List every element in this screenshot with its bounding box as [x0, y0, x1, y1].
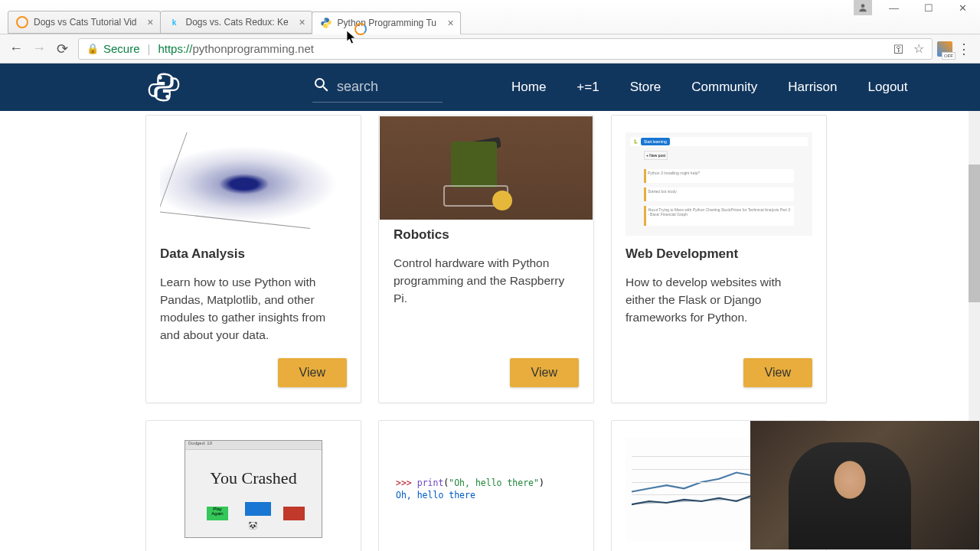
- lock-icon: 🔒: [87, 43, 99, 54]
- card-web-development: 🐍Start learning + New post Python 3 Inst…: [611, 115, 827, 403]
- tab-title: Python Programming Tu: [338, 18, 436, 28]
- svg-point-4: [166, 96, 168, 98]
- favicon-icon: [320, 17, 332, 29]
- card-title: Web Development: [626, 246, 812, 262]
- browser-tab[interactable]: k Dogs vs. Cats Redux: Ke ×: [160, 11, 312, 34]
- close-tab-icon[interactable]: ×: [447, 17, 453, 29]
- loading-spinner-icon: [354, 23, 367, 35]
- search-input[interactable]: [337, 79, 443, 95]
- back-button[interactable]: ←: [5, 37, 28, 60]
- close-tab-icon[interactable]: ×: [299, 16, 305, 28]
- nav-plus-equals-one[interactable]: +=1: [577, 80, 599, 95]
- nav-user[interactable]: Harrison: [788, 80, 837, 95]
- favicon-icon: [16, 16, 28, 28]
- nav-logout[interactable]: Logout: [868, 80, 908, 95]
- secure-label: Secure: [103, 42, 140, 55]
- site-search[interactable]: [312, 72, 443, 103]
- forward-button: →: [28, 37, 51, 60]
- card-python-fundamentals: >>> print("Oh, hello there") Oh, hello t…: [378, 420, 594, 551]
- browser-tab-active[interactable]: Python Programming Tu ×: [312, 11, 461, 34]
- tab-title: Dogs vs. Cats Redux: Ke: [186, 17, 289, 28]
- webcam-overlay: [750, 421, 979, 549]
- card-thumb: Dodged: 10 You Crashed Play Again 🐼: [160, 438, 347, 541]
- card-thumb: 🐍Start learning + New post Python 3 Inst…: [626, 132, 812, 236]
- view-button[interactable]: View: [510, 358, 579, 387]
- profile-icon[interactable]: [854, 0, 872, 15]
- card-thumb: [380, 116, 593, 220]
- svg-point-0: [861, 4, 865, 8]
- nav-home[interactable]: Home: [511, 80, 546, 95]
- url-input[interactable]: 🔒 Secure | https://pythonprogramming.net…: [78, 38, 933, 60]
- favicon-icon: k: [168, 16, 181, 28]
- reload-button[interactable]: ⟳: [51, 37, 74, 60]
- nav-links: Home +=1 Store Community Harrison Logout: [511, 80, 908, 95]
- extension-icon[interactable]: [937, 41, 952, 57]
- search-icon: [312, 76, 331, 99]
- browser-tab[interactable]: Dogs vs Cats Tutorial Vid ×: [8, 11, 161, 34]
- chrome-menu-button[interactable]: ⋮: [952, 37, 975, 60]
- card-game-development: Dodged: 10 You Crashed Play Again 🐼 Game…: [145, 420, 361, 551]
- minimize-button[interactable]: —: [877, 0, 911, 15]
- card-robotics: Robotics Control hardware with Python pr…: [378, 115, 594, 403]
- card-title: Data Analysis: [160, 246, 347, 262]
- card-thumb: >>> print("Oh, hello there") Oh, hello t…: [393, 438, 580, 541]
- maximize-button[interactable]: ☐: [911, 0, 946, 15]
- close-window-button[interactable]: ✕: [946, 0, 980, 15]
- site-logo-icon[interactable]: [145, 69, 182, 106]
- svg-point-1: [324, 19, 325, 20]
- nav-community[interactable]: Community: [691, 80, 757, 95]
- view-button[interactable]: View: [743, 358, 812, 387]
- tab-title: Dogs vs Cats Tutorial Vid: [34, 17, 137, 28]
- bookmark-star-icon[interactable]: ☆: [913, 41, 924, 56]
- card-desc: How to develop websites with either the …: [626, 274, 812, 344]
- site-navbar: Home +=1 Store Community Harrison Logout: [0, 64, 980, 111]
- card-title: Robotics: [394, 227, 579, 243]
- view-button[interactable]: View: [278, 358, 347, 387]
- card-desc: Learn how to use Python with Pandas, Mat…: [160, 274, 347, 344]
- scrollbar-thumb[interactable]: [969, 165, 980, 302]
- card-thumb: [160, 132, 347, 236]
- svg-point-2: [327, 26, 328, 27]
- close-tab-icon[interactable]: ×: [147, 16, 153, 28]
- window-controls: — ☐ ✕: [854, 0, 980, 15]
- card-data-analysis: Data Analysis Learn how to use Python wi…: [145, 115, 361, 403]
- card-desc: Control hardware with Python programming…: [394, 255, 579, 344]
- saved-passwords-icon[interactable]: ⚿: [893, 43, 904, 55]
- nav-store[interactable]: Store: [630, 80, 662, 95]
- address-bar: ← → ⟳ 🔒 Secure | https://pythonprogrammi…: [0, 34, 980, 64]
- svg-point-3: [159, 77, 162, 79]
- browser-tab-strip: Dogs vs Cats Tutorial Vid × k Dogs vs. C…: [0, 0, 980, 34]
